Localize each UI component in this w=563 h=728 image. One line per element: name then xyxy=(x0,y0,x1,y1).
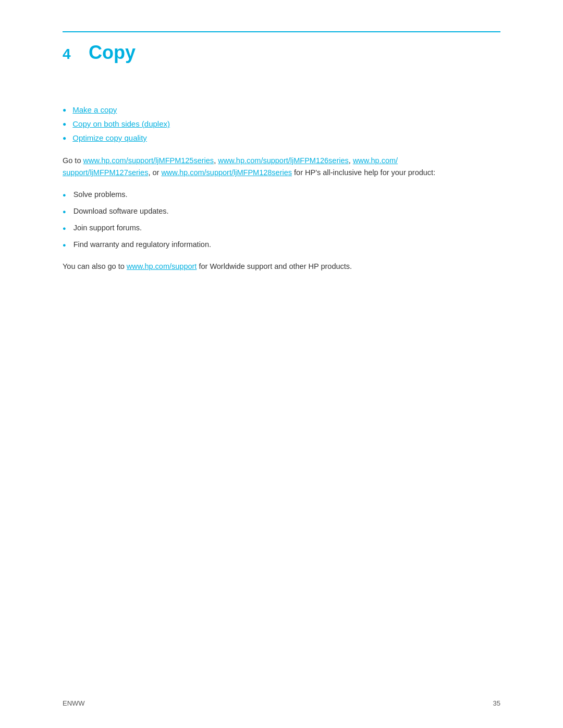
link-mfpm125[interactable]: www.hp.com/support/ljMFPM125series xyxy=(83,156,214,165)
chapter-header: 4 Copy xyxy=(63,42,500,64)
closing-paragraph: You can also go to www.hp.com/support fo… xyxy=(63,261,500,273)
content-area: Make a copy Copy on both sides (duplex) … xyxy=(63,105,500,273)
list-item: Copy on both sides (duplex) xyxy=(63,119,500,128)
list-item: Make a copy xyxy=(63,105,500,114)
list-item: Solve problems. xyxy=(63,189,500,201)
chapter-number: 4 xyxy=(63,46,78,63)
bullet-text: Join support forums. xyxy=(74,223,142,234)
footer-right: 35 xyxy=(493,699,500,707)
bullet-text: Find warranty and regulatory information… xyxy=(74,239,211,251)
bullet-list: Solve problems. Download software update… xyxy=(63,189,500,250)
list-item: Join support forums. xyxy=(63,223,500,234)
page-container: 4 Copy Make a copy Copy on both sides (d… xyxy=(0,0,563,728)
bullet-text: Download software updates. xyxy=(74,206,169,217)
top-rule xyxy=(63,31,500,32)
link-mfpm126[interactable]: www.hp.com/support/ljMFPM126series xyxy=(218,156,349,165)
footer-left: ENWW xyxy=(63,699,85,707)
toc-list: Make a copy Copy on both sides (duplex) … xyxy=(63,105,500,142)
footer: ENWW 35 xyxy=(63,699,500,707)
list-item: Download software updates. xyxy=(63,206,500,217)
link-mfpm128[interactable]: www.hp.com/support/ljMFPM128series xyxy=(161,168,292,177)
list-item: Find warranty and regulatory information… xyxy=(63,239,500,251)
bullet-text: Solve problems. xyxy=(74,189,128,201)
toc-link-copy-duplex[interactable]: Copy on both sides (duplex) xyxy=(72,119,170,128)
toc-link-optimize-copy[interactable]: Optimize copy quality xyxy=(72,133,147,142)
chapter-title: Copy xyxy=(89,42,136,64)
toc-link-make-copy[interactable]: Make a copy xyxy=(72,105,117,114)
list-item: Optimize copy quality xyxy=(63,133,500,142)
intro-paragraph: Go to www.hp.com/support/ljMFPM125series… xyxy=(63,155,500,179)
link-hp-support[interactable]: www.hp.com/support xyxy=(127,262,197,270)
